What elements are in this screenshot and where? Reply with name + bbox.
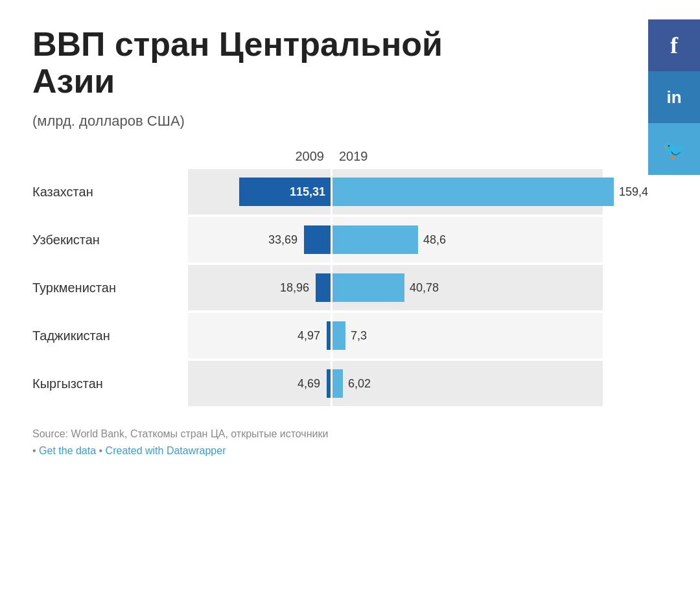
year-labels: 2009 2019 (188, 149, 603, 164)
center-divider (331, 217, 332, 262)
right-section: 7,3 (332, 313, 603, 358)
twitter-button[interactable]: 🐦 (648, 123, 700, 175)
bar-2019 (332, 273, 404, 302)
center-divider (331, 265, 332, 310)
chart-row: Таджикистан4,977,3 (32, 313, 603, 358)
left-section: 115,31 (188, 169, 331, 214)
center-divider (331, 361, 332, 406)
value-2009: 18,96 (280, 281, 312, 295)
facebook-button[interactable]: f (648, 19, 700, 71)
get-data-link[interactable]: Get the data (39, 445, 96, 456)
country-label: Туркменистан (32, 281, 188, 295)
value-2019: 159,4 (619, 185, 648, 199)
left-section: 4,97 (188, 313, 331, 358)
right-section: 48,6 (332, 217, 603, 262)
created-with-link[interactable]: Created with Datawrapper (106, 445, 226, 456)
right-section: 40,78 (332, 265, 603, 310)
main-content: ВВП стран Центральной Азии (млрд. доллар… (0, 0, 635, 479)
bar-2019 (332, 369, 343, 398)
center-divider (331, 169, 332, 214)
country-label: Таджикистан (32, 328, 188, 343)
bar-2019 (332, 225, 418, 254)
chart-area: 2009 2019 Казахстан115,31159,4Узбекистан… (32, 149, 603, 406)
bar-2009 (316, 273, 331, 302)
left-section: 33,69 (188, 217, 331, 262)
value-2009: 115,31 (290, 185, 325, 199)
left-section: 18,96 (188, 265, 331, 310)
bar-area: 4,696,02 (188, 361, 603, 406)
footer-links: • Get the data • Created with Datawrappe… (32, 443, 603, 459)
chart-row: Узбекистан33,6948,6 (32, 217, 603, 262)
chart-row: Казахстан115,31159,4 (32, 169, 603, 214)
bar-2009 (304, 225, 331, 254)
bar-area: 115,31159,4 (188, 169, 603, 214)
value-2009: 33,69 (268, 233, 300, 247)
bar-area: 33,6948,6 (188, 217, 603, 262)
page-subtitle: (млрд. долларов США) (32, 113, 603, 130)
bar-area: 18,9640,78 (188, 265, 603, 310)
twitter-icon: 🐦 (662, 138, 686, 161)
facebook-icon: f (670, 32, 678, 59)
source-text: Source: World Bank, Статкомы стран ЦА, о… (32, 426, 603, 443)
center-divider (331, 313, 332, 358)
country-label: Казахстан (32, 185, 188, 200)
country-label: Кыргызстан (32, 376, 188, 391)
page-title: ВВП стран Центральной Азии (32, 26, 519, 100)
linkedin-button[interactable]: in (648, 71, 700, 123)
bar-area: 4,977,3 (188, 313, 603, 358)
value-2019: 40,78 (410, 281, 439, 295)
social-sidebar: f in 🐦 (648, 19, 700, 175)
year-label-2009: 2009 (188, 149, 331, 164)
value-2019: 7,3 (351, 329, 367, 343)
value-2019: 6,02 (348, 377, 371, 391)
right-section: 159,4 (332, 169, 603, 214)
value-2009: 4,69 (298, 377, 323, 391)
country-label: Узбекистан (32, 233, 188, 247)
chart-row: Туркменистан18,9640,78 (32, 265, 603, 310)
footer: Source: World Bank, Статкомы стран ЦА, о… (32, 426, 603, 459)
linkedin-icon: in (666, 87, 681, 108)
value-2019: 48,6 (423, 233, 446, 247)
year-label-2019: 2019 (332, 149, 540, 164)
bar-2009: 115,31 (239, 178, 331, 206)
chart-row: Кыргызстан4,696,02 (32, 361, 603, 406)
chart-rows: Казахстан115,31159,4Узбекистан33,6948,6Т… (32, 169, 603, 406)
bar-2019 (332, 178, 614, 206)
bar-2019 (332, 321, 345, 350)
right-section: 6,02 (332, 361, 603, 406)
left-section: 4,69 (188, 361, 331, 406)
value-2009: 4,97 (298, 329, 323, 343)
